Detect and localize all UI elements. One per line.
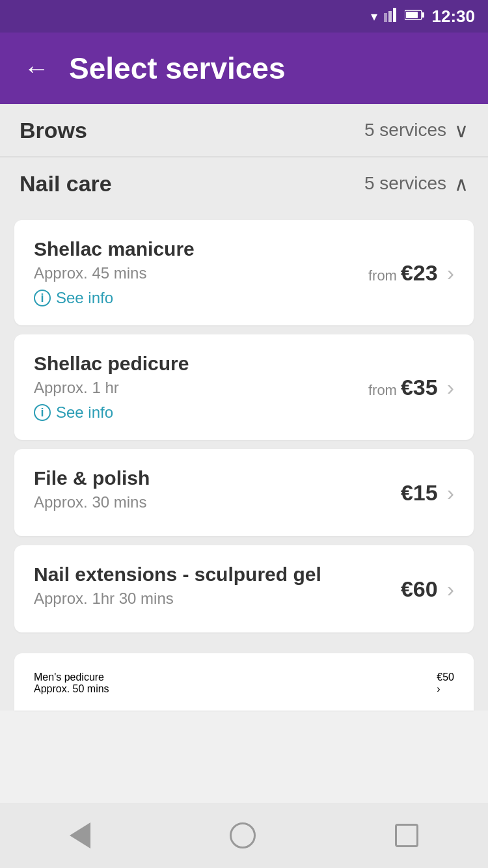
file-polish-info: File & polish Approx. 30 mins [34,467,401,518]
shellac-pedicure-see-info[interactable]: i See info [34,403,368,422]
bottom-navigation [0,803,488,868]
file-polish-price-value: €15 [401,480,438,506]
shellac-manicure-name: Shellac manicure [34,238,368,260]
info-icon: i [34,290,51,306]
nail-extensions-duration: Approx. 1hr 30 mins [34,590,401,608]
shellac-manicure-card[interactable]: Shellac manicure Approx. 45 mins i See i… [14,220,474,325]
shellac-pedicure-name: Shellac pedicure [34,353,368,375]
shellac-pedicure-price-area: from €35 › [368,375,454,400]
shellac-pedicure-price: from €35 [368,375,438,400]
brows-chevron-down-icon: ∨ [454,119,468,142]
nail-extensions-name: Nail extensions - sculpured gel [34,563,401,586]
mens-pedicure-card[interactable]: Men's pedicure Approx. 50 mins €50 › [14,653,474,711]
brows-section-header[interactable]: Brows 5 services ∨ [0,104,488,156]
nail-care-chevron-up-icon: ∧ [454,172,468,195]
page-title: Select services [69,51,286,86]
wifi-icon: ▾ [371,8,377,24]
shellac-manicure-duration: Approx. 45 mins [34,264,368,282]
file-polish-card[interactable]: File & polish Approx. 30 mins €15 › [14,449,474,536]
nail-care-services-count: 5 services [364,173,446,194]
brows-section-title: Brows [20,118,87,143]
nail-care-section-meta: 5 services ∧ [364,172,468,195]
mens-pedicure-info: Men's pedicure Approx. 50 mins [34,671,109,695]
brows-services-count: 5 services [364,120,446,141]
file-polish-price: €15 [401,480,438,506]
mens-pedicure-chevron-right-icon: › [437,683,440,694]
shellac-pedicure-duration: Approx. 1 hr [34,379,368,397]
battery-icon [405,9,424,24]
shellac-pedicure-info: Shellac pedicure Approx. 1 hr i See info [34,353,368,422]
nail-care-services-list: Shellac manicure Approx. 45 mins i See i… [0,210,488,643]
shellac-pedicure-chevron-right-icon: › [447,375,454,400]
signal-icon [384,8,398,25]
file-polish-duration: Approx. 30 mins [34,493,401,511]
shellac-pedicure-from-label: from [368,382,397,399]
nav-recents-button[interactable] [395,824,418,847]
nail-extensions-chevron-right-icon: › [447,576,454,602]
status-bar: ▾ 12:30 [0,0,488,33]
nail-extensions-card[interactable]: Nail extensions - sculpured gel Approx. … [14,545,474,632]
shellac-manicure-info: Shellac manicure Approx. 45 mins i See i… [34,238,368,307]
mens-pedicure-price-value: €50 [437,671,454,683]
nail-extensions-info: Nail extensions - sculpured gel Approx. … [34,563,401,614]
nav-back-button[interactable] [70,822,90,848]
back-button[interactable]: ← [23,54,49,83]
file-polish-chevron-right-icon: › [447,480,454,506]
mens-pedicure-price: €50 [437,671,454,683]
page-header: ← Select services [0,33,488,104]
mens-pedicure-name: Men's pedicure [34,671,109,683]
shellac-manicure-see-info[interactable]: i See info [34,289,368,307]
shellac-manicure-from-label: from [368,267,397,284]
nail-extensions-price-value: €60 [401,576,438,602]
brows-section-meta: 5 services ∨ [364,119,468,142]
nail-care-section-header[interactable]: Nail care 5 services ∧ [0,157,488,210]
info-icon: i [34,404,51,421]
shellac-manicure-chevron-right-icon: › [447,260,454,286]
svg-rect-0 [384,13,387,22]
shellac-manicure-price-value: €23 [401,260,438,286]
mens-pedicure-price-area: €50 › [437,671,454,695]
mens-pedicure-section: Men's pedicure Approx. 50 mins €50 › [0,643,488,711]
shellac-manicure-price: from €23 [368,260,438,286]
svg-rect-5 [406,12,418,18]
shellac-pedicure-see-info-label: See info [56,403,113,422]
file-polish-price-area: €15 › [401,480,454,506]
shellac-pedicure-card[interactable]: Shellac pedicure Approx. 1 hr i See info… [14,334,474,440]
mens-pedicure-duration: Approx. 50 mins [34,683,109,695]
status-time: 12:30 [432,7,476,27]
svg-rect-1 [388,11,392,22]
nail-care-section-title: Nail care [20,171,112,197]
shellac-manicure-price-area: from €23 › [368,260,454,286]
file-polish-name: File & polish [34,467,401,489]
nail-extensions-price-area: €60 › [401,576,454,602]
nav-home-button[interactable] [230,822,256,848]
shellac-pedicure-price-value: €35 [401,375,438,400]
svg-rect-4 [422,12,424,18]
svg-rect-2 [393,8,396,22]
nail-extensions-price: €60 [401,576,438,602]
status-icons: ▾ [371,8,424,25]
shellac-manicure-see-info-label: See info [56,289,113,307]
